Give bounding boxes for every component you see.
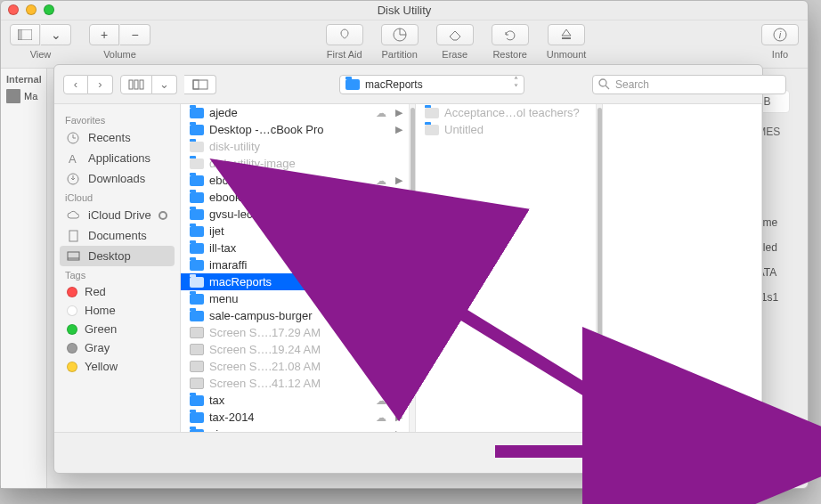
tag-dot-icon <box>67 305 77 316</box>
sidebar-item-icloud-drive[interactable]: iCloud Drive <box>60 205 175 225</box>
chevron-right-icon: ▶ <box>392 225 402 237</box>
tag-item[interactable]: Red <box>60 282 175 301</box>
toolbar-label-restore: Restore <box>492 49 527 60</box>
minimize-icon[interactable] <box>26 4 37 15</box>
folder-icon <box>190 192 204 203</box>
view-mode-button[interactable] <box>120 75 152 94</box>
sidebar-item-recents[interactable]: Recents <box>60 127 175 148</box>
downloads-icon <box>67 173 81 185</box>
add-volume-button[interactable]: + <box>89 24 119 45</box>
folder-icon <box>190 395 204 406</box>
restore-button[interactable] <box>492 24 529 45</box>
list-item[interactable]: menu☁▶ <box>181 290 408 307</box>
list-item[interactable]: disk-utility-image <box>181 155 408 172</box>
list-item[interactable]: Screen S….17.29 AM <box>181 324 408 341</box>
view-mode-menu[interactable]: ⌄ <box>152 75 177 94</box>
group-button[interactable] <box>184 75 216 94</box>
nav-forward-button[interactable]: › <box>88 75 113 94</box>
list-item[interactable]: imaraffi☁▶ <box>181 256 408 273</box>
list-item[interactable]: ebook2 ▶ <box>181 189 408 206</box>
device-row[interactable]: Ma <box>3 86 45 106</box>
chevron-right-icon: ▶ <box>392 191 402 203</box>
info-button[interactable]: i <box>761 24 799 45</box>
path-popup-label: macReports <box>365 78 423 91</box>
list-item[interactable]: Untitled <box>416 121 595 138</box>
sidebar-item-label: Downloads <box>88 172 145 185</box>
sidebar-item-label: Desktop <box>88 249 131 263</box>
tag-item[interactable]: Home <box>60 301 175 320</box>
list-item[interactable]: Screen S….41.12 AM☁ <box>181 375 408 392</box>
close-icon[interactable] <box>8 4 19 15</box>
list-item[interactable]: Acceptance…ol teachers? <box>416 104 595 121</box>
svg-rect-6 <box>129 80 133 89</box>
scrollbar-thumb[interactable] <box>597 108 602 428</box>
unmount-button[interactable] <box>548 24 585 45</box>
choose-button[interactable]: Choose <box>676 443 750 463</box>
list-item[interactable]: uiuc ▶ <box>181 426 408 432</box>
svg-rect-1 <box>18 29 22 40</box>
scrollbar-thumb[interactable] <box>410 108 415 330</box>
list-item[interactable]: ajede☁▶ <box>181 104 408 121</box>
toolbar-label-partition: Partition <box>382 49 418 60</box>
cloud-icon: ☁ <box>376 293 386 305</box>
tag-label: Green <box>85 322 117 336</box>
sidebar-item-downloads[interactable]: Downloads <box>60 168 175 189</box>
partition-button[interactable] <box>381 24 419 45</box>
scrollbar[interactable] <box>596 104 602 432</box>
sheet-toolbar: ‹ › ⌄ macReports ˄˅ Search <box>54 65 762 104</box>
cloud-icon: ☁ <box>392 378 402 390</box>
sidebar-item-label: iCloud Drive <box>88 208 151 222</box>
list-item[interactable]: ijet ▶ <box>181 223 408 240</box>
tag-item[interactable]: Green <box>60 320 175 338</box>
svg-rect-16 <box>69 231 77 241</box>
list-item[interactable]: Screen S….21.08 AM <box>181 358 408 375</box>
list-item[interactable]: ill-tax ▶ <box>181 240 408 256</box>
first-aid-button[interactable] <box>326 24 363 45</box>
list-item-label: disk-utility <box>209 140 260 153</box>
image-icon <box>190 361 204 372</box>
sidebar-item-applications[interactable]: AApplications <box>60 148 175 168</box>
svg-text:i: i <box>779 29 782 40</box>
path-popup[interactable]: macReports ˄˅ <box>339 75 524 94</box>
tag-dot-icon <box>67 362 77 372</box>
sidebar-item-documents[interactable]: Documents <box>60 225 175 246</box>
zoom-icon[interactable] <box>44 4 54 15</box>
chevron-right-icon: ▶ <box>392 242 402 254</box>
tag-item[interactable]: Yellow <box>60 357 175 376</box>
svg-point-11 <box>599 79 606 86</box>
list-item-label: macReports <box>209 275 272 289</box>
list-item[interactable]: disk-utility <box>181 138 408 155</box>
list-item[interactable]: sale-campus-burger☁▶ <box>181 307 408 324</box>
toolbar-view-group: ⌄ View <box>10 24 71 60</box>
image-icon <box>190 378 204 389</box>
tag-item[interactable]: Gray <box>60 338 175 357</box>
list-item[interactable]: gvsu-lecture☁▶ <box>181 206 408 223</box>
list-item[interactable]: ebook☁▶ <box>181 172 408 189</box>
cancel-button[interactable]: Cancel <box>597 443 667 463</box>
view-menu-button[interactable]: ⌄ <box>41 24 71 45</box>
list-item[interactable]: tax-2014☁▶ <box>181 409 408 426</box>
list-item-label: ebook <box>209 174 240 187</box>
list-item[interactable]: Screen S….19.24 AM <box>181 341 408 358</box>
folder-icon <box>190 142 204 152</box>
list-item-label: ebook2 <box>209 191 248 204</box>
chevron-updown-icon: ˄˅ <box>514 77 518 92</box>
scrollbar[interactable] <box>409 104 415 432</box>
cloud-icon: ☁ <box>376 394 386 407</box>
sidebar-item-desktop[interactable]: Desktop <box>60 246 175 266</box>
list-item-label: disk-utility-image <box>209 157 296 170</box>
folder-icon <box>190 412 204 423</box>
erase-button[interactable] <box>436 24 474 45</box>
list-item[interactable]: Desktop -…cBook Pro ▶ <box>181 121 408 138</box>
tag-dot-icon <box>67 343 77 354</box>
search-placeholder: Search <box>615 78 649 91</box>
remove-volume-button[interactable]: − <box>120 24 150 45</box>
sidebar-toggle-button[interactable] <box>10 24 40 45</box>
search-field[interactable]: Search <box>592 75 786 94</box>
list-item[interactable]: tax☁▶ <box>181 392 408 409</box>
sync-icon <box>159 211 167 220</box>
chevron-right-icon: ▶ <box>392 276 402 288</box>
chevron-right-icon: ▶ <box>392 428 402 432</box>
list-item[interactable]: macReports ▶ <box>181 273 408 290</box>
nav-back-button[interactable]: ‹ <box>63 75 88 94</box>
